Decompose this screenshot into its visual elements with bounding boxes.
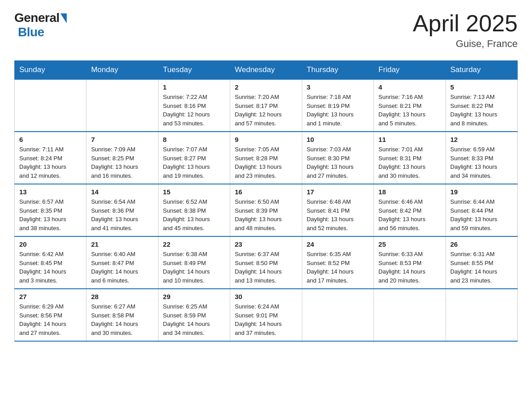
calendar-cell: 10Sunrise: 7:03 AM Sunset: 8:30 PM Dayli… bbox=[302, 132, 373, 184]
day-number: 18 bbox=[378, 188, 441, 196]
calendar-cell: 5Sunrise: 7:13 AM Sunset: 8:22 PM Daylig… bbox=[446, 79, 517, 132]
location-text: Guise, France bbox=[413, 38, 518, 50]
calendar-cell: 22Sunrise: 6:38 AM Sunset: 8:49 PM Dayli… bbox=[158, 236, 230, 289]
calendar-cell: 23Sunrise: 6:37 AM Sunset: 8:50 PM Dayli… bbox=[230, 236, 302, 289]
calendar-cell: 13Sunrise: 6:57 AM Sunset: 8:35 PM Dayli… bbox=[15, 184, 86, 236]
logo: General Blue bbox=[14, 11, 67, 39]
day-detail: Sunrise: 6:24 AM Sunset: 9:01 PM Dayligh… bbox=[235, 302, 297, 337]
day-number: 6 bbox=[19, 136, 82, 143]
calendar-cell: 2Sunrise: 7:20 AM Sunset: 8:17 PM Daylig… bbox=[230, 79, 302, 132]
day-number: 1 bbox=[163, 83, 225, 91]
day-detail: Sunrise: 6:57 AM Sunset: 8:35 PM Dayligh… bbox=[19, 197, 82, 232]
day-number: 28 bbox=[91, 293, 153, 300]
month-title: April 2025 bbox=[413, 11, 518, 36]
calendar-cell: 24Sunrise: 6:35 AM Sunset: 8:52 PM Dayli… bbox=[302, 236, 373, 289]
page-header: General Blue April 2025 Guise, France bbox=[14, 11, 518, 50]
day-detail: Sunrise: 6:35 AM Sunset: 8:52 PM Dayligh… bbox=[307, 250, 369, 285]
day-number: 26 bbox=[450, 240, 513, 248]
weekday-header-thursday: Thursday bbox=[302, 61, 373, 80]
calendar-cell bbox=[374, 289, 446, 341]
day-number: 22 bbox=[163, 240, 225, 248]
calendar-cell: 16Sunrise: 6:50 AM Sunset: 8:39 PM Dayli… bbox=[230, 184, 302, 236]
day-number: 29 bbox=[163, 293, 225, 300]
day-detail: Sunrise: 6:29 AM Sunset: 8:56 PM Dayligh… bbox=[19, 302, 82, 337]
day-detail: Sunrise: 6:50 AM Sunset: 8:39 PM Dayligh… bbox=[235, 197, 297, 232]
weekday-header-tuesday: Tuesday bbox=[158, 61, 230, 80]
calendar-cell: 17Sunrise: 6:48 AM Sunset: 8:41 PM Dayli… bbox=[302, 184, 373, 236]
day-detail: Sunrise: 6:33 AM Sunset: 8:53 PM Dayligh… bbox=[378, 250, 441, 285]
calendar-cell: 19Sunrise: 6:44 AM Sunset: 8:44 PM Dayli… bbox=[446, 184, 517, 236]
calendar-cell: 11Sunrise: 7:01 AM Sunset: 8:31 PM Dayli… bbox=[374, 132, 446, 184]
weekday-header-wednesday: Wednesday bbox=[230, 61, 302, 80]
calendar-cell: 18Sunrise: 6:46 AM Sunset: 8:42 PM Dayli… bbox=[374, 184, 446, 236]
day-detail: Sunrise: 6:37 AM Sunset: 8:50 PM Dayligh… bbox=[235, 250, 297, 285]
day-detail: Sunrise: 7:18 AM Sunset: 8:19 PM Dayligh… bbox=[307, 93, 369, 128]
calendar-cell: 6Sunrise: 7:11 AM Sunset: 8:24 PM Daylig… bbox=[15, 132, 86, 184]
calendar-week-row: 6Sunrise: 7:11 AM Sunset: 8:24 PM Daylig… bbox=[15, 132, 518, 184]
weekday-header-monday: Monday bbox=[86, 61, 158, 80]
day-detail: Sunrise: 6:54 AM Sunset: 8:36 PM Dayligh… bbox=[91, 197, 153, 232]
weekday-header-friday: Friday bbox=[374, 61, 446, 80]
calendar-cell: 3Sunrise: 7:18 AM Sunset: 8:19 PM Daylig… bbox=[302, 79, 373, 132]
day-detail: Sunrise: 7:09 AM Sunset: 8:25 PM Dayligh… bbox=[91, 145, 153, 180]
day-detail: Sunrise: 6:42 AM Sunset: 8:45 PM Dayligh… bbox=[19, 250, 82, 285]
day-number: 9 bbox=[235, 136, 297, 143]
calendar-week-row: 13Sunrise: 6:57 AM Sunset: 8:35 PM Dayli… bbox=[15, 184, 518, 236]
calendar-cell: 21Sunrise: 6:40 AM Sunset: 8:47 PM Dayli… bbox=[86, 236, 158, 289]
day-number: 14 bbox=[91, 188, 153, 196]
calendar-week-row: 1Sunrise: 7:22 AM Sunset: 8:16 PM Daylig… bbox=[15, 79, 518, 132]
calendar-cell: 29Sunrise: 6:25 AM Sunset: 8:59 PM Dayli… bbox=[158, 289, 230, 341]
day-detail: Sunrise: 6:48 AM Sunset: 8:41 PM Dayligh… bbox=[307, 197, 369, 232]
day-detail: Sunrise: 7:01 AM Sunset: 8:31 PM Dayligh… bbox=[378, 145, 441, 180]
day-number: 7 bbox=[91, 136, 153, 143]
day-detail: Sunrise: 7:13 AM Sunset: 8:22 PM Dayligh… bbox=[450, 93, 513, 128]
day-number: 19 bbox=[450, 188, 513, 196]
calendar-cell: 20Sunrise: 6:42 AM Sunset: 8:45 PM Dayli… bbox=[15, 236, 86, 289]
day-number: 27 bbox=[19, 293, 82, 300]
calendar-cell: 15Sunrise: 6:52 AM Sunset: 8:38 PM Dayli… bbox=[158, 184, 230, 236]
weekday-header-sunday: Sunday bbox=[15, 61, 86, 80]
day-detail: Sunrise: 6:59 AM Sunset: 8:33 PM Dayligh… bbox=[450, 145, 513, 180]
day-number: 3 bbox=[307, 83, 369, 91]
day-number: 12 bbox=[450, 136, 513, 143]
calendar-week-row: 27Sunrise: 6:29 AM Sunset: 8:56 PM Dayli… bbox=[15, 289, 518, 341]
day-detail: Sunrise: 7:20 AM Sunset: 8:17 PM Dayligh… bbox=[235, 93, 297, 128]
day-detail: Sunrise: 6:31 AM Sunset: 8:55 PM Dayligh… bbox=[450, 250, 513, 285]
day-number: 30 bbox=[235, 293, 297, 300]
day-detail: Sunrise: 6:46 AM Sunset: 8:42 PM Dayligh… bbox=[378, 197, 441, 232]
calendar-cell: 30Sunrise: 6:24 AM Sunset: 9:01 PM Dayli… bbox=[230, 289, 302, 341]
calendar-week-row: 20Sunrise: 6:42 AM Sunset: 8:45 PM Dayli… bbox=[15, 236, 518, 289]
day-detail: Sunrise: 6:40 AM Sunset: 8:47 PM Dayligh… bbox=[91, 250, 153, 285]
day-detail: Sunrise: 7:22 AM Sunset: 8:16 PM Dayligh… bbox=[163, 93, 225, 128]
calendar-table: SundayMondayTuesdayWednesdayThursdayFrid… bbox=[14, 60, 518, 342]
calendar-cell: 28Sunrise: 6:27 AM Sunset: 8:58 PM Dayli… bbox=[86, 289, 158, 341]
day-number: 10 bbox=[307, 136, 369, 143]
day-detail: Sunrise: 6:52 AM Sunset: 8:38 PM Dayligh… bbox=[163, 197, 225, 232]
day-number: 11 bbox=[378, 136, 441, 143]
calendar-cell: 14Sunrise: 6:54 AM Sunset: 8:36 PM Dayli… bbox=[86, 184, 158, 236]
calendar-cell: 4Sunrise: 7:16 AM Sunset: 8:21 PM Daylig… bbox=[374, 79, 446, 132]
calendar-cell bbox=[86, 79, 158, 132]
calendar-cell bbox=[302, 289, 373, 341]
calendar-cell bbox=[446, 289, 517, 341]
day-number: 2 bbox=[235, 83, 297, 91]
day-detail: Sunrise: 6:25 AM Sunset: 8:59 PM Dayligh… bbox=[163, 302, 225, 337]
day-number: 24 bbox=[307, 240, 369, 248]
logo-general-text: General bbox=[14, 11, 60, 25]
day-number: 5 bbox=[450, 83, 513, 91]
day-detail: Sunrise: 6:38 AM Sunset: 8:49 PM Dayligh… bbox=[163, 250, 225, 285]
calendar-cell: 1Sunrise: 7:22 AM Sunset: 8:16 PM Daylig… bbox=[158, 79, 230, 132]
day-number: 16 bbox=[235, 188, 297, 196]
day-detail: Sunrise: 7:16 AM Sunset: 8:21 PM Dayligh… bbox=[378, 93, 441, 128]
day-detail: Sunrise: 7:05 AM Sunset: 8:28 PM Dayligh… bbox=[235, 145, 297, 180]
day-number: 25 bbox=[378, 240, 441, 248]
calendar-cell: 8Sunrise: 7:07 AM Sunset: 8:27 PM Daylig… bbox=[158, 132, 230, 184]
day-number: 15 bbox=[163, 188, 225, 196]
day-number: 8 bbox=[163, 136, 225, 143]
calendar-cell: 9Sunrise: 7:05 AM Sunset: 8:28 PM Daylig… bbox=[230, 132, 302, 184]
calendar-cell: 27Sunrise: 6:29 AM Sunset: 8:56 PM Dayli… bbox=[15, 289, 86, 341]
day-number: 4 bbox=[378, 83, 441, 91]
title-block: April 2025 Guise, France bbox=[413, 11, 518, 50]
day-detail: Sunrise: 6:27 AM Sunset: 8:58 PM Dayligh… bbox=[91, 302, 153, 337]
logo-triangle-icon bbox=[60, 13, 67, 23]
